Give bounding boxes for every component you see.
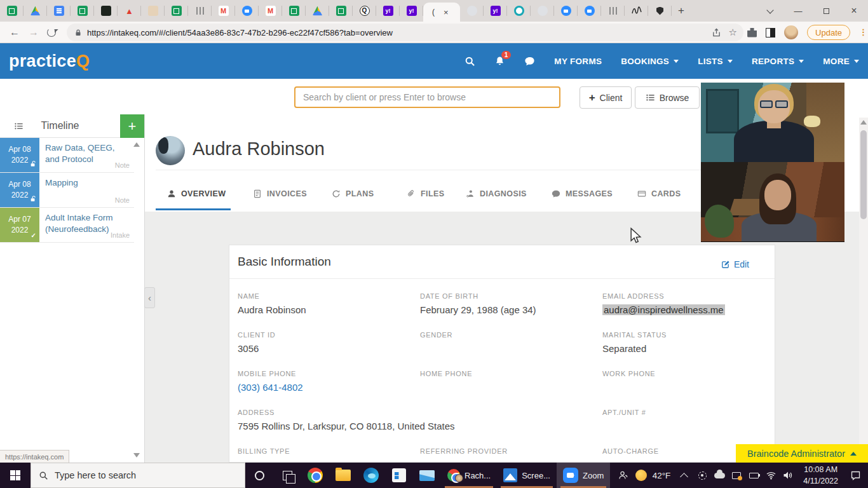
back-icon[interactable]: ←	[5, 27, 24, 38]
chrome-update-button[interactable]: Update	[807, 25, 850, 40]
pinned-tab-yahoo[interactable]: y!	[376, 0, 400, 22]
minimize-button[interactable]: —	[784, 0, 812, 22]
people-button[interactable]	[610, 463, 635, 488]
share-icon[interactable]	[712, 28, 721, 37]
tab-invoices[interactable]: INVOICES	[253, 189, 307, 198]
pinned-tab-gmail[interactable]: M	[212, 0, 235, 22]
taskbar-open-chrome-window[interactable]: Rach...	[441, 463, 497, 488]
nav-my-forms[interactable]: MY FORMS	[554, 57, 602, 66]
cortana-button[interactable]	[245, 463, 273, 488]
tab-files[interactable]: FILES	[407, 189, 444, 198]
browser-menu-icon[interactable]: ⋮	[859, 31, 863, 34]
pinned-tab-zoom[interactable]	[554, 0, 578, 22]
weather-temp[interactable]: 42°F	[653, 471, 671, 480]
taskbar-edge[interactable]	[357, 463, 385, 488]
taskbar-store[interactable]	[385, 463, 413, 488]
active-tab[interactable]: ( ×	[423, 3, 460, 22]
screen-record-icon[interactable]	[696, 470, 708, 481]
video-call-overlay[interactable]	[701, 83, 844, 242]
pinned-tab-q-app[interactable]: Q	[353, 0, 376, 22]
pinned-tab-sheets[interactable]	[165, 0, 188, 22]
pinned-tab-tuner[interactable]	[188, 0, 212, 22]
taskbar-open-screenshot-window[interactable]: Scree...	[497, 463, 557, 488]
browser-profile-avatar[interactable]	[784, 25, 798, 39]
start-button[interactable]	[0, 463, 31, 488]
pinned-tab-tuner[interactable]	[601, 0, 625, 22]
practiceq-logo[interactable]: practiceQ	[9, 51, 90, 71]
timeline-entry[interactable]: Apr 082022 Raw Data, QEEG, and Protocol …	[0, 138, 134, 173]
tab-overview[interactable]: OVERVIEW	[167, 189, 226, 198]
pinned-tab-sheets[interactable]	[282, 0, 306, 22]
close-window-button[interactable]: ×	[840, 0, 868, 22]
forward-icon[interactable]: →	[24, 27, 43, 38]
wifi-icon[interactable]	[765, 470, 776, 481]
browser-menu-chevron[interactable]	[756, 0, 784, 22]
tray-expand-icon[interactable]	[680, 473, 688, 481]
reload-icon[interactable]	[47, 28, 56, 37]
scrollbar-thumb[interactable]	[860, 130, 867, 219]
taskbar-chrome[interactable]	[301, 463, 329, 488]
timeline-scroll-up-icon[interactable]	[133, 142, 140, 147]
pinned-tab-docs[interactable]	[47, 0, 71, 22]
action-center-button[interactable]	[848, 470, 863, 481]
scroll-up-icon[interactable]	[860, 120, 867, 125]
field-value-highlighted[interactable]: audra@inspiredwellness.me	[602, 304, 725, 315]
chat-icon[interactable]	[524, 56, 535, 67]
pinned-tab-drive[interactable]	[24, 0, 47, 22]
pinned-tab-dark-app[interactable]	[94, 0, 118, 22]
pinned-tab-yahoo[interactable]: y!	[400, 0, 423, 22]
field-value-phone-link[interactable]: (303) 641-4802	[238, 382, 410, 393]
pinned-tab-sheets[interactable]	[0, 0, 24, 22]
bookmark-star-icon[interactable]: ☆	[729, 27, 737, 38]
pinned-tab-alltrails[interactable]: ▲	[118, 0, 141, 22]
taskbar-search-input[interactable]	[55, 470, 207, 480]
new-tab-button[interactable]: +	[672, 1, 691, 20]
pinned-tab-signature[interactable]	[625, 0, 648, 22]
volume-icon[interactable]	[782, 470, 794, 481]
pinned-tab-adblock[interactable]	[648, 0, 672, 22]
url-text[interactable]: https://intakeq.com/#/client/54aa3e86-83…	[87, 28, 704, 37]
pinned-tab-drive[interactable]	[306, 0, 329, 22]
pinned-tab-yahoo[interactable]: y!	[484, 0, 507, 22]
page-scrollbar[interactable]	[859, 118, 868, 463]
pinned-tab-docs-gray[interactable]	[460, 0, 484, 22]
timeline-add-button[interactable]: +	[120, 114, 144, 138]
nav-reports[interactable]: REPORTS	[752, 57, 804, 66]
pinned-tab-zoom[interactable]	[235, 0, 259, 22]
contrast-extension-icon[interactable]	[766, 28, 775, 37]
taskbar-search[interactable]	[31, 463, 245, 488]
nav-more[interactable]: MORE	[823, 57, 859, 66]
pinned-tab-sheets[interactable]	[329, 0, 353, 22]
search-icon[interactable]	[465, 56, 475, 67]
task-view-button[interactable]	[273, 463, 301, 488]
pinned-tab-tan-app[interactable]	[141, 0, 165, 22]
taskbar-clock[interactable]: 10:08 AM 4/11/2022	[803, 464, 838, 487]
timeline-entry[interactable]: Apr 082022 Mapping Note	[0, 173, 134, 208]
browse-button[interactable]: Browse	[635, 86, 700, 109]
display-notification-icon[interactable]	[731, 470, 742, 481]
taskbar-open-zoom-window[interactable]: Zoom	[557, 463, 610, 488]
taskbar-file-explorer[interactable]	[329, 463, 357, 488]
address-bar[interactable]: https://intakeq.com/#/client/54aa3e86-83…	[67, 24, 743, 41]
tab-plans[interactable]: PLANS	[332, 189, 374, 198]
pinned-tab-teal-app[interactable]	[507, 0, 531, 22]
timeline-scroll-down-icon[interactable]	[133, 453, 140, 458]
collapse-panel-button[interactable]: ‹	[144, 287, 155, 308]
close-tab-icon[interactable]: ×	[444, 8, 449, 17]
battery-icon[interactable]	[748, 470, 759, 481]
tab-diagnosis[interactable]: DIAGNOSIS	[466, 189, 527, 198]
tab-messages[interactable]: MESSAGES	[552, 189, 613, 198]
weather-sun-icon[interactable]	[635, 470, 647, 481]
nav-lists[interactable]: LISTS	[698, 57, 733, 66]
admin-badge[interactable]: Braincode Administrator	[736, 444, 868, 463]
timeline-entry[interactable]: Apr 072022 ✓ Adult Intake Form (Neurofee…	[0, 208, 134, 243]
pinned-tab-zoom[interactable]	[578, 0, 601, 22]
onedrive-cloud-icon[interactable]	[714, 470, 725, 481]
edit-button[interactable]: Edit	[721, 259, 749, 269]
pinned-tab-gmail[interactable]: M	[259, 0, 282, 22]
add-client-button[interactable]: +Client	[580, 86, 632, 109]
extensions-icon[interactable]	[747, 28, 757, 37]
pinned-tab-sheets[interactable]	[71, 0, 94, 22]
taskbar-mail[interactable]	[413, 463, 441, 488]
client-avatar[interactable]	[156, 136, 185, 165]
